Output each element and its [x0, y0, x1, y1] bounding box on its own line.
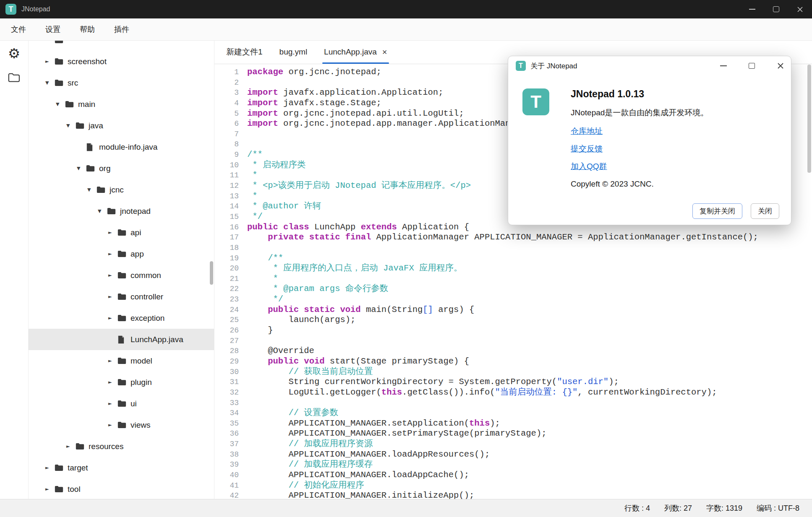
- tree-item-label: views: [131, 421, 151, 430]
- close-dialog-button[interactable]: 关闭: [751, 203, 779, 219]
- code-line[interactable]: 32 LogUtil.getLogger(this.getClass()).in…: [214, 387, 806, 398]
- tree-item-controller[interactable]: ►controller: [29, 286, 214, 307]
- code-line[interactable]: 37 // 加载应用程序资源: [214, 439, 806, 449]
- tree-item-plugin[interactable]: ►plugin: [29, 372, 214, 393]
- chevron-down-icon[interactable]: ▼: [56, 101, 65, 107]
- code-line[interactable]: 39 // 加载应用程序缓存: [214, 460, 806, 470]
- tree-item-api[interactable]: ►api: [29, 222, 214, 243]
- chevron-right-icon[interactable]: ►: [108, 358, 117, 364]
- folder-icon: [117, 271, 130, 279]
- dialog-maximize-button[interactable]: [749, 63, 755, 69]
- tree-item-main[interactable]: ▼main: [29, 94, 214, 115]
- dialog-minimize-button[interactable]: [720, 65, 727, 66]
- code-line[interactable]: 35 APPLICATION_MANAGER.setApplication(th…: [214, 418, 806, 429]
- tree-item-resources[interactable]: ►resources: [29, 436, 214, 457]
- code-line[interactable]: 23 */: [214, 294, 806, 305]
- code-line[interactable]: 25 launch(args);: [214, 315, 806, 325]
- tree-item-java[interactable]: ▼java: [29, 115, 214, 136]
- tree-item-ui[interactable]: ►ui: [29, 393, 214, 414]
- tab-LunchApp.java[interactable]: LunchApp.java×: [316, 40, 395, 64]
- repo-link[interactable]: 仓库地址: [571, 126, 603, 137]
- file-tree: ►screenshot▼src▼main▼javamodule-info.jav…: [29, 40, 214, 499]
- tab-bug.yml[interactable]: bug.yml: [271, 40, 316, 64]
- folder-icon: [117, 357, 130, 365]
- chevron-right-icon[interactable]: ►: [45, 465, 55, 470]
- code-line[interactable]: 29 public void start(Stage primaryStage)…: [214, 356, 806, 367]
- code-line[interactable]: 22 * @param args 命令行参数: [214, 284, 806, 294]
- menu-item-文件[interactable]: 文件: [11, 24, 26, 34]
- code-line[interactable]: 19 /**: [214, 253, 806, 264]
- code-line[interactable]: 33: [214, 398, 806, 408]
- tab-新建文件1[interactable]: 新建文件1: [218, 40, 271, 64]
- files-button[interactable]: [5, 68, 24, 87]
- feedback-link[interactable]: 提交反馈: [571, 143, 603, 154]
- tree-item-views[interactable]: ►views: [29, 414, 214, 436]
- code-text: */: [247, 294, 283, 305]
- editor-scrollbar-thumb[interactable]: [807, 65, 811, 173]
- tree-item-exception[interactable]: ►exception: [29, 307, 214, 329]
- minimize-button[interactable]: [740, 0, 764, 18]
- chevron-right-icon[interactable]: ►: [108, 273, 117, 278]
- chevron-right-icon[interactable]: ►: [66, 444, 76, 449]
- close-button[interactable]: [788, 0, 812, 18]
- code-line[interactable]: 34 // 设置参数: [214, 408, 806, 418]
- code-line[interactable]: 28 @Override: [214, 346, 806, 356]
- chevron-down-icon[interactable]: ▼: [66, 123, 76, 128]
- code-line[interactable]: 41 // 初始化应用程序: [214, 481, 806, 491]
- tree-item-src[interactable]: ▼src: [29, 72, 214, 94]
- folder-icon: [117, 229, 130, 236]
- code-line[interactable]: 38 APPLICATION_MANAGER.loadAppResources(…: [214, 449, 806, 460]
- copy-and-close-button[interactable]: 复制并关闭: [692, 203, 742, 219]
- chevron-right-icon[interactable]: ►: [45, 59, 55, 64]
- chevron-right-icon[interactable]: ►: [108, 315, 117, 321]
- tree-item-org[interactable]: ▼org: [29, 158, 214, 179]
- code-line[interactable]: 24 public static void main(String[] args…: [214, 305, 806, 315]
- tree-scrollbar-thumb[interactable]: [210, 261, 213, 285]
- code-line[interactable]: 42 APPLICATION_MANAGER.initializeApp();: [214, 491, 806, 499]
- code-line[interactable]: 26 }: [214, 325, 806, 336]
- tree-item-jcnc[interactable]: ▼jcnc: [29, 179, 214, 200]
- maximize-button[interactable]: [764, 0, 788, 18]
- tree-item-common[interactable]: ►common: [29, 265, 214, 286]
- chevron-right-icon[interactable]: ►: [108, 422, 117, 428]
- tree-item-module-info.java[interactable]: module-info.java: [29, 136, 214, 158]
- code-line[interactable]: 36 APPLICATION_MANAGER.setPrimaryStage(p…: [214, 429, 806, 439]
- dialog-close-button[interactable]: [777, 62, 784, 70]
- code-text: import javafx.stage.Stage;: [247, 98, 381, 109]
- tree-item-LunchApp.java[interactable]: LunchApp.java: [29, 329, 214, 350]
- code-line[interactable]: 31 String currentWorkingDirectory = Syst…: [214, 377, 806, 387]
- code-line[interactable]: 27: [214, 336, 806, 346]
- code-line[interactable]: 18: [214, 243, 806, 253]
- tree-item-partial[interactable]: [29, 40, 214, 51]
- tree-item-model[interactable]: ►model: [29, 350, 214, 372]
- menu-item-设置[interactable]: 设置: [45, 24, 60, 34]
- app-name-version: JNotepad 1.0.13: [571, 88, 778, 100]
- chevron-right-icon[interactable]: ►: [108, 294, 117, 299]
- chevron-down-icon[interactable]: ▼: [77, 166, 86, 171]
- chevron-right-icon[interactable]: ►: [108, 251, 117, 257]
- tree-item-app[interactable]: ►app: [29, 243, 214, 265]
- tab-close-icon[interactable]: ×: [382, 48, 387, 56]
- tree-item-label: src: [68, 78, 78, 88]
- chevron-down-icon[interactable]: ▼: [87, 187, 97, 192]
- code-line[interactable]: 21 *: [214, 274, 806, 284]
- tree-item-target[interactable]: ►target: [29, 457, 214, 478]
- menu-item-插件[interactable]: 插件: [114, 24, 129, 34]
- chevron-down-icon[interactable]: ▼: [45, 80, 55, 86]
- code-line[interactable]: 30 // 获取当前启动位置: [214, 367, 806, 377]
- chevron-right-icon[interactable]: ►: [108, 379, 117, 385]
- chevron-right-icon[interactable]: ►: [45, 486, 55, 492]
- code-line[interactable]: 40 APPLICATION_MANAGER.loadAppCache();: [214, 470, 806, 481]
- settings-button[interactable]: ⚙: [5, 44, 24, 63]
- tree-item-tool[interactable]: ►tool: [29, 478, 214, 499]
- tree-item-screenshot[interactable]: ►screenshot: [29, 51, 214, 72]
- folder-icon: [76, 442, 88, 450]
- menu-item-帮助[interactable]: 帮助: [80, 24, 95, 34]
- qq-group-link[interactable]: 加入QQ群: [571, 161, 607, 172]
- chevron-right-icon[interactable]: ►: [108, 230, 117, 235]
- chevron-down-icon[interactable]: ▼: [98, 208, 107, 214]
- chevron-right-icon[interactable]: ►: [108, 401, 117, 406]
- tree-item-jnotepad[interactable]: ▼jnotepad: [29, 200, 214, 222]
- code-line[interactable]: 20 * 应用程序的入口点，启动 JavaFX 应用程序。: [214, 263, 806, 274]
- code-line[interactable]: 17 private static final ApplicationManag…: [214, 232, 806, 243]
